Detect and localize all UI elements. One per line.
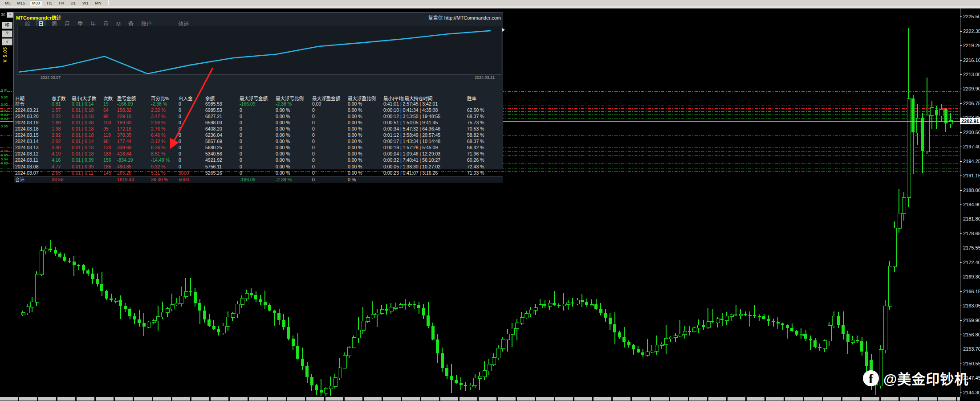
candle-body	[73, 262, 76, 265]
axis-tick	[960, 248, 962, 248]
candle-body	[898, 213, 902, 229]
timeframe-button-h4[interactable]: H4	[57, 0, 66, 6]
table-row: 2024.03.084.770.01 | 0.39185490.859.32 %…	[14, 164, 503, 170]
timeframe-button-h1[interactable]: H1	[45, 0, 54, 6]
table-cell: 19	[102, 101, 116, 107]
candle-body	[100, 284, 103, 291]
table-cell: -834.19	[116, 157, 150, 163]
help-button[interactable]: ?	[2, 30, 12, 37]
candle-body	[128, 309, 131, 316]
table-cell: 0.01 | 0.11	[70, 170, 102, 176]
candle-body	[804, 334, 807, 339]
candle-body	[152, 320, 156, 323]
candle-body	[96, 279, 99, 284]
axis-tick	[960, 89, 962, 89]
table-cell: 5000	[177, 176, 204, 183]
table-cell: 0	[311, 170, 346, 176]
table-cell: 4921.92	[204, 157, 238, 163]
table-cell: 0.00 %	[274, 157, 311, 163]
candle-body	[189, 291, 192, 292]
candle-body	[156, 316, 160, 321]
candle-wick	[395, 303, 396, 310]
window-label: 30	[1, 12, 5, 17]
candle-body	[828, 325, 832, 341]
candle-body	[114, 300, 118, 302]
timeframe-button-m15[interactable]: M15	[16, 0, 27, 6]
table-cell: -2.38 %	[150, 101, 177, 107]
candle-body	[883, 306, 887, 351]
check-button[interactable]: √	[2, 38, 12, 45]
table-cell: 0	[177, 157, 204, 163]
candle-body	[45, 249, 49, 251]
candle-body	[254, 295, 257, 299]
table-cell: 2024.03.08	[14, 164, 50, 170]
candle-wick	[563, 293, 564, 311]
candle-body	[926, 115, 930, 152]
candle-body	[338, 368, 342, 379]
candle-body	[790, 328, 793, 331]
candle-body	[851, 340, 855, 343]
candle-body	[562, 304, 566, 306]
candle-body	[599, 309, 602, 313]
candle-body	[697, 325, 701, 328]
move-button[interactable]: 移	[2, 22, 12, 29]
candle-body	[916, 118, 920, 133]
table-cell: 229.18	[116, 113, 150, 119]
candle-body	[305, 366, 309, 377]
candle-body	[296, 346, 299, 359]
candle-body	[91, 274, 94, 279]
table-cell: 0	[238, 138, 274, 144]
timeframe-button-w1[interactable]: W1	[81, 0, 90, 6]
order-lot-label: 0.02	[1, 109, 8, 113]
timeframe-button-d1[interactable]: D1	[69, 0, 78, 6]
candle-body	[207, 319, 211, 326]
table-cell: 0.01 | 0.18	[70, 144, 102, 151]
candle-body	[445, 368, 448, 376]
timeframe-button-m5[interactable]: M5	[3, 0, 12, 6]
table-cell: -166.09	[238, 176, 274, 183]
table-cell: 0.01 | 0.39	[70, 164, 102, 170]
candle-wick	[139, 310, 140, 327]
candle-body	[469, 385, 473, 387]
axis-tick	[960, 132, 962, 133]
candle-body	[679, 334, 683, 336]
axis-tick	[960, 74, 962, 75]
axis-tick	[960, 233, 962, 234]
table-cell: 71.96 %	[466, 151, 502, 157]
facebook-icon: f	[863, 370, 879, 386]
table-cell: 156	[102, 157, 116, 163]
table-cell: 6408.20	[204, 126, 238, 132]
table-cell: 418.64	[116, 151, 150, 157]
timeframe-button-m30[interactable]: M30	[30, 0, 42, 6]
table-cell: 0	[238, 126, 274, 132]
candle-wick	[754, 305, 755, 318]
horizontal-scrollbar[interactable]	[0, 397, 960, 401]
candle-body	[548, 303, 552, 307]
table-cell: 0.01 | 0.18	[70, 151, 102, 157]
candle-body	[63, 257, 66, 261]
table-cell: 265.26	[116, 170, 150, 176]
table-cell: 3.47 %	[150, 113, 177, 119]
candle-body	[30, 302, 34, 307]
stats-panel: MTCommander统计 复盘侠 http://MTCommander.com…	[13, 12, 503, 169]
table-row: 2024.03.191.890.01 | 0.08103189.832.96 %…	[14, 119, 503, 126]
table-cell: 75.73 %	[466, 119, 502, 126]
candle-body	[683, 331, 687, 335]
timeframe-button-mn[interactable]: MN	[94, 0, 103, 6]
table-cell: 95	[102, 126, 116, 132]
candle-body	[390, 307, 394, 311]
table-cell: 0.00 %	[346, 126, 382, 132]
candle-body	[142, 323, 146, 327]
brand-url[interactable]: http://MTCommander.com	[444, 15, 501, 20]
candle-body	[277, 313, 281, 320]
candle-body	[133, 316, 136, 319]
minimize-button[interactable]: -	[7, 12, 13, 18]
order-lot-label: 0.03	[1, 117, 8, 121]
candle-body	[264, 302, 267, 305]
axis-price-label: 2213.00	[963, 72, 980, 77]
candle-body	[637, 349, 640, 353]
table-cell: 0	[311, 107, 346, 113]
table-cell: 6.46 %	[150, 132, 177, 138]
candle-body	[441, 353, 444, 368]
candle-wick	[264, 291, 265, 309]
